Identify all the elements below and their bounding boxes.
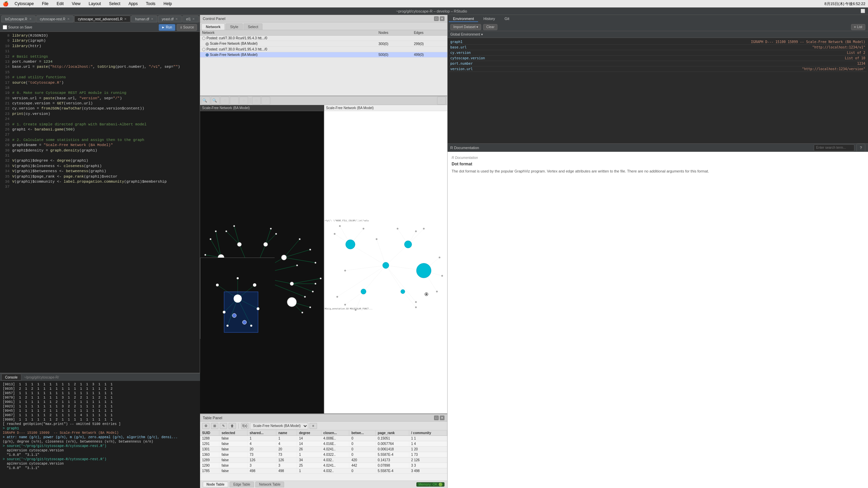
network-row-3[interactable]: Posted: curl/7.30.0 Rcurl/1.95.4.3 htt..… bbox=[200, 46, 447, 52]
cy-btn-layout[interactable]: ⊗ bbox=[252, 97, 261, 105]
table-btn-settings[interactable]: ⚙ bbox=[202, 423, 210, 429]
source-on-save-checkbox[interactable] bbox=[3, 25, 7, 29]
app-title: ~prog/git/cytoscape-R – develop – RStudi… bbox=[3, 9, 861, 13]
tab-yeast[interactable]: yeast.df ✕ bbox=[158, 16, 182, 22]
env-tab-git[interactable]: Git bbox=[500, 16, 513, 22]
menu-tools[interactable]: Tools bbox=[144, 1, 157, 7]
col-community: / community bbox=[409, 430, 447, 436]
tab-close-4[interactable]: ✕ bbox=[151, 17, 154, 21]
tab-close-6[interactable]: ✕ bbox=[192, 17, 195, 21]
cy-btn-export[interactable]: ↗ bbox=[261, 97, 270, 105]
source-button[interactable]: ⇓ Source bbox=[177, 24, 197, 31]
menu-layout[interactable]: Layout bbox=[87, 1, 103, 7]
global-env-label[interactable]: Global Environment ▾ bbox=[450, 33, 483, 36]
menu-file[interactable]: File bbox=[40, 1, 51, 7]
tab-cytoscaperest[interactable]: cytoscape-rest.R ✕ bbox=[36, 16, 74, 22]
table-btn-func[interactable]: f(x) bbox=[241, 423, 249, 429]
table-data-area[interactable]: SUID selected shared... name degree clos… bbox=[200, 430, 447, 481]
table-row[interactable]: 1291false44144.016E..00.00577641 4 bbox=[200, 441, 447, 447]
tab-close-2[interactable]: ✕ bbox=[67, 17, 70, 21]
list-button[interactable]: ≡ List bbox=[851, 24, 865, 30]
network-row-4[interactable]: Scale-Free Network (BA Model) 500(0)499(… bbox=[200, 52, 447, 58]
svg-point-42 bbox=[315, 262, 316, 264]
table-panel-expand[interactable]: □ bbox=[434, 415, 439, 420]
cy-btn-reset[interactable]: ⊡ bbox=[230, 97, 239, 105]
col-degree: degree bbox=[297, 430, 321, 436]
tab-advanced[interactable]: cytoscape_rest_advanced1.R ✕ bbox=[74, 16, 131, 22]
table-network-select[interactable]: Scale-Free Network (BA Model) bbox=[250, 423, 308, 429]
network-row-1[interactable]: Posted: curl/7.30.0 Rcurl/1.95.4.3 htt..… bbox=[200, 36, 447, 41]
table-row[interactable]: 1290false33254.0241..4420.078983 3 bbox=[200, 463, 447, 468]
col-pagerank: page_rank bbox=[376, 430, 409, 436]
tab-close-3[interactable]: ✕ bbox=[124, 17, 127, 21]
table-row[interactable]: 1360false737314.0322..05.5587E-41 73 bbox=[200, 452, 447, 458]
cp-tab-network[interactable]: Network bbox=[201, 23, 225, 30]
network-view-right[interactable]: Scale-Free Network (BA Model) bbox=[323, 105, 448, 413]
cytoscape-toolbar: 🔍+ 🔍- ⊞ ⊡ ⊕ ⊗ ↗ ⚙ bbox=[200, 96, 447, 105]
svg-point-30 bbox=[210, 238, 212, 240]
table-btn-grid[interactable]: ⊞ bbox=[211, 423, 218, 429]
svg-point-32 bbox=[215, 230, 217, 232]
footer-tab-edge[interactable]: Edge Table bbox=[230, 482, 254, 487]
env-tab-environment[interactable]: Environment bbox=[449, 16, 478, 22]
control-panel-close[interactable]: ✕ bbox=[440, 16, 445, 21]
menu-edit[interactable]: Edit bbox=[55, 1, 66, 7]
tab-close-1[interactable]: ✕ bbox=[29, 17, 32, 21]
cp-tab-select[interactable]: Select bbox=[243, 23, 263, 30]
console-tab[interactable]: Console bbox=[1, 374, 21, 381]
menu-view[interactable]: View bbox=[70, 1, 83, 7]
svg-point-33 bbox=[225, 230, 227, 232]
import-dataset-button[interactable]: Import Dataset ▾ bbox=[450, 24, 481, 30]
editor-tabs: toCytoscape.R ✕ cytoscape-rest.R ✕ cytos… bbox=[0, 15, 200, 23]
thumbnail-view[interactable] bbox=[200, 258, 275, 339]
apple-menu[interactable]: 🍎 bbox=[3, 1, 8, 6]
table-btn-edit[interactable]: ✎ bbox=[220, 423, 227, 429]
tab-el1[interactable]: el1 ✕ bbox=[182, 16, 199, 22]
run-button[interactable]: ► Run bbox=[159, 24, 175, 31]
table-row[interactable]: 1785false49849814.032..05.5587E-43 498 bbox=[200, 468, 447, 474]
memory-badge: Memory: OK 🟢 bbox=[416, 482, 445, 487]
env-item-cyversion: cy.version List of 2 bbox=[449, 50, 867, 56]
svg-point-31 bbox=[204, 254, 206, 256]
menubar-clock: 8月15日(木) 午後6:52:22 bbox=[825, 1, 865, 6]
table-btn-delete[interactable]: 🗑 bbox=[229, 423, 236, 429]
svg-point-99 bbox=[415, 301, 417, 303]
menu-apps[interactable]: Apps bbox=[126, 1, 140, 7]
menu-help[interactable]: Help bbox=[161, 1, 174, 7]
svg-point-127 bbox=[232, 313, 236, 318]
cy-btn-select-all[interactable]: ⊕ bbox=[239, 97, 248, 105]
source-on-save-label: Source on Save bbox=[8, 25, 32, 29]
tab-tocytoscape[interactable]: toCytoscape.R ✕ bbox=[1, 16, 36, 22]
svg-point-34 bbox=[233, 225, 235, 227]
cp-tab-style[interactable]: Style bbox=[225, 23, 242, 30]
table-row[interactable]: 1289false126126344.032..4200.141732 126 bbox=[200, 458, 447, 463]
svg-point-94 bbox=[344, 304, 346, 306]
table-row[interactable]: 1288false11144.008E..00.150511 1 bbox=[200, 436, 447, 441]
clear-button[interactable]: Clear bbox=[483, 24, 497, 30]
r-doc-search[interactable] bbox=[814, 144, 854, 151]
table-btn-more[interactable]: ≡ bbox=[310, 423, 317, 429]
maximize-icon[interactable]: ⬜ bbox=[861, 9, 865, 13]
table-panel-close[interactable]: ✕ bbox=[440, 415, 445, 420]
r-doc-help-btn[interactable]: ? bbox=[856, 144, 865, 152]
console-tab-bar: Console ~/prog/git/cytoscape-R/ bbox=[0, 373, 200, 381]
tab-close-5[interactable]: ✕ bbox=[175, 17, 178, 21]
cy-btn-zoom-in[interactable]: 🔍+ bbox=[201, 97, 210, 105]
menu-select[interactable]: Select bbox=[107, 1, 122, 7]
footer-tab-network[interactable]: Network Table bbox=[255, 482, 284, 487]
svg-point-121 bbox=[253, 283, 256, 287]
cy-btn-settings[interactable]: ⚙ bbox=[437, 97, 446, 105]
tab-human[interactable]: human.df ✕ bbox=[131, 16, 157, 22]
env-tab-history[interactable]: History bbox=[479, 16, 499, 22]
network-row-2[interactable]: Scale-Free Network (BA Model) 300(0)299(… bbox=[200, 41, 447, 46]
svg-point-90 bbox=[423, 228, 425, 229]
tab-dftest[interactable]: dftest ✕ bbox=[199, 16, 200, 22]
control-panel-expand[interactable]: □ bbox=[434, 16, 439, 21]
env-toolbar: Import Dataset ▾ Clear ≡ List bbox=[448, 23, 868, 31]
table-row[interactable]: 1301false2020264.0241..00.00614181 20 bbox=[200, 447, 447, 452]
console-output[interactable]: [9813] 1 1 1 1 1 1 1 1 1 2 1 1 3 1 1 1[9… bbox=[0, 381, 200, 488]
cy-btn-fit[interactable]: ⊞ bbox=[220, 97, 229, 105]
menu-cytoscape[interactable]: Cytoscape bbox=[13, 1, 36, 7]
footer-tab-node[interactable]: Node Table bbox=[203, 482, 228, 487]
cy-btn-zoom-out[interactable]: 🔍- bbox=[211, 97, 220, 105]
